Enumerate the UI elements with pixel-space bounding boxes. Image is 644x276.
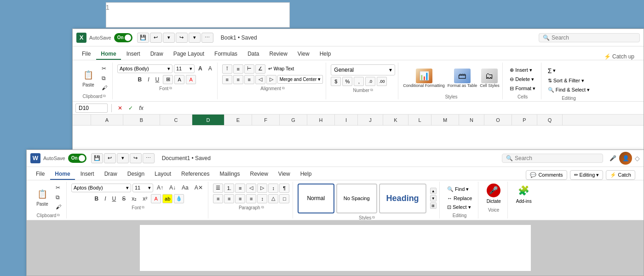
excel-delete-button[interactable]: ⊖ Delete ▾	[508, 75, 537, 83]
word-addins-button[interactable]: 🧩 Add-ins	[512, 182, 535, 206]
word-replace-button[interactable]: ↔ Replace	[445, 195, 474, 202]
col-header-b[interactable]: B	[123, 115, 160, 125]
word-editing-dropdown[interactable]: ✏ Editing ▾	[570, 170, 604, 180]
col-header-h[interactable]: H	[307, 115, 335, 125]
word-shading-button[interactable]: 💧	[174, 194, 184, 203]
word-font-name-selector[interactable]: Aptos (Body) ▾	[71, 184, 131, 192]
word-underline-button[interactable]: U	[110, 195, 119, 203]
orient-text[interactable]: ∠	[255, 64, 265, 74]
excel-underline-button[interactable]: U	[153, 75, 162, 84]
word-tab-references[interactable]: References	[177, 169, 214, 180]
excel-font-size-selector[interactable]: 11 ▾	[174, 64, 195, 73]
excel-tab-draw[interactable]: Draw	[146, 49, 168, 60]
word-show-marks-button[interactable]: ¶	[279, 184, 289, 193]
excel-dollar-button[interactable]: $	[331, 77, 341, 86]
word-style-heading[interactable]: Heading	[379, 184, 426, 213]
word-strikethrough-button[interactable]: S	[120, 195, 128, 203]
word-sort-button[interactable]: ↕	[268, 184, 278, 193]
redo-button[interactable]: ↪	[176, 33, 188, 43]
excel-format-painter-button[interactable]: 🖌	[99, 84, 109, 92]
word-search-bar[interactable]: 🔍	[502, 154, 603, 163]
col-header-m[interactable]: M	[431, 115, 459, 125]
word-numbering-button[interactable]: 1.	[224, 184, 234, 193]
word-tab-file[interactable]: File	[31, 169, 49, 180]
word-search-input[interactable]	[515, 155, 588, 161]
word-comments-button[interactable]: 💬 Comments	[526, 170, 567, 180]
word-format-painter-button[interactable]: 🖌	[53, 203, 63, 211]
col-header-q[interactable]: Q	[537, 115, 563, 125]
word-cut-button[interactable]: ✂	[53, 184, 63, 192]
indent-decrease[interactable]: ◁	[255, 75, 265, 84]
excel-tab-review[interactable]: Review	[264, 49, 292, 60]
word-bold-button[interactable]: B	[92, 195, 101, 203]
word-borders-para[interactable]: □	[279, 194, 289, 203]
word-style-normal[interactable]: Normal	[298, 184, 334, 213]
excel-bold-button[interactable]: B	[136, 75, 144, 84]
excel-cancel-button[interactable]: ✕	[115, 104, 125, 113]
word-align-left[interactable]: ≡	[213, 194, 223, 203]
word-catch-button[interactable]: ⚡ Catch	[606, 170, 635, 180]
cell-styles-button[interactable]: 🗂 Cell Styles	[480, 69, 500, 88]
word-copy-button[interactable]: ⧉	[53, 193, 63, 201]
word-para-expand-icon[interactable]: ⧉	[261, 205, 264, 210]
word-shrink-font[interactable]: A↓	[167, 184, 178, 192]
align-top-center[interactable]: ≡	[233, 64, 243, 74]
excel-insert-button[interactable]: ⊕ Insert ▾	[508, 66, 537, 74]
word-multilevel-button[interactable]: ≡	[235, 184, 245, 193]
excel-tab-page-layout[interactable]: Page Layout	[169, 49, 209, 60]
undo-dropdown[interactable]: ▾	[163, 33, 175, 43]
word-tab-help[interactable]: Help	[296, 169, 316, 180]
col-header-o[interactable]: O	[484, 115, 512, 125]
excel-find-select-button[interactable]: 🔍 Find & Select ▾	[546, 86, 592, 94]
excel-tab-help[interactable]: Help	[315, 49, 336, 60]
excel-paste-button[interactable]: 📋 Paste	[79, 67, 98, 89]
clipboard-expand-icon[interactable]: ⧉	[103, 94, 106, 98]
excel-search-input[interactable]	[552, 34, 625, 41]
excel-font-color-button[interactable]: A	[186, 75, 196, 84]
align-center[interactable]: ≡	[233, 75, 243, 84]
excel-tab-home[interactable]: Home	[96, 49, 121, 60]
excel-sort-filter-button[interactable]: ⇅ Sort & Filter ▾	[546, 77, 592, 85]
styles-scroll-down[interactable]: ▼	[430, 195, 437, 201]
excel-merge-center-button[interactable]: Merge and Center ▾	[277, 75, 323, 84]
word-tab-home[interactable]: Home	[50, 169, 75, 180]
align-right[interactable]: ≡	[244, 75, 254, 84]
align-top-left[interactable]: ⊺	[222, 64, 232, 74]
word-tab-design[interactable]: Design	[123, 169, 149, 180]
col-header-g[interactable]: G	[280, 115, 307, 125]
align-top-right[interactable]: ⊢	[244, 64, 254, 74]
excel-grow-font[interactable]: A	[196, 64, 205, 73]
word-customize-button[interactable]: ⋯	[143, 153, 155, 163]
word-font-expand-icon[interactable]: ⧉	[142, 205, 144, 210]
word-find-button[interactable]: 🔍 Find ▾	[445, 185, 474, 193]
col-header-c[interactable]: C	[160, 115, 192, 125]
word-save-button[interactable]: 💾	[91, 153, 103, 163]
word-change-case[interactable]: Aa	[179, 184, 191, 192]
word-clipboard-expand-icon[interactable]: ⧉	[57, 213, 60, 218]
redo-dropdown[interactable]: ▾	[189, 33, 201, 43]
excel-tab-file[interactable]: File	[77, 49, 95, 60]
excel-comma-button[interactable]: ,	[354, 77, 364, 86]
word-undo-button[interactable]: ↩	[104, 153, 116, 163]
indent-increase[interactable]: ▷	[266, 75, 276, 84]
word-superscript-button[interactable]: x²	[140, 195, 150, 203]
number-expand-icon[interactable]: ⧉	[370, 88, 373, 92]
excel-decrease-decimal[interactable]: .00	[377, 77, 387, 86]
excel-font-name-selector[interactable]: Aptos (Body) ▾	[117, 64, 172, 73]
word-tab-insert[interactable]: Insert	[76, 169, 99, 180]
excel-wrap-text-button[interactable]: ↵ Wrap Text	[266, 65, 296, 73]
word-mic-icon[interactable]: 🎤	[610, 155, 616, 161]
word-align-center[interactable]: ≡	[224, 194, 234, 203]
excel-insert-function-button[interactable]: fx	[137, 104, 146, 113]
excel-cell-ref[interactable]: D10	[75, 104, 108, 113]
excel-borders-button[interactable]: ⊞	[163, 75, 173, 84]
excel-sum-button[interactable]: Σ ▾	[546, 66, 592, 75]
excel-catch-up[interactable]: ⚡ Catch up	[599, 53, 639, 60]
col-header-k[interactable]: K	[383, 115, 408, 125]
col-header-j[interactable]: J	[358, 115, 383, 125]
word-align-right[interactable]: ≡	[235, 194, 245, 203]
col-header-a[interactable]: A	[91, 115, 123, 125]
word-clear-format[interactable]: A✕	[192, 184, 205, 192]
undo-button[interactable]: ↩	[150, 33, 162, 43]
excel-search-bar[interactable]: 🔍	[539, 33, 640, 42]
